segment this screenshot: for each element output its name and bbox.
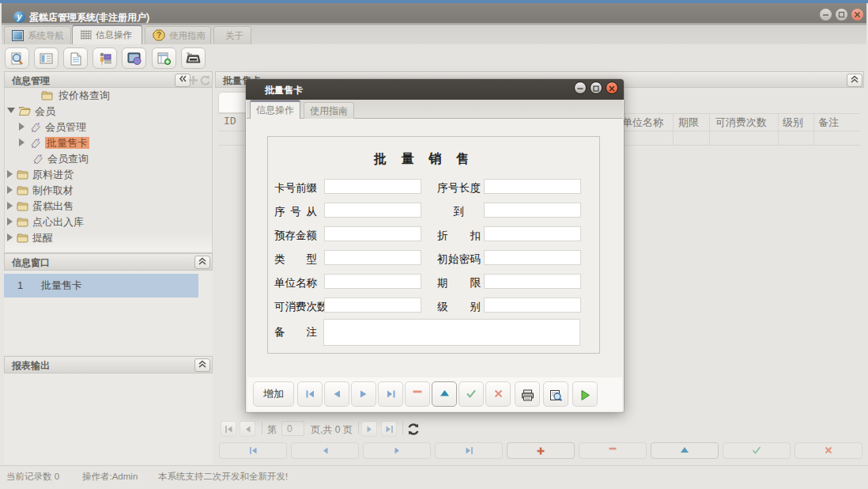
svg-text:?: ? bbox=[157, 31, 161, 40]
